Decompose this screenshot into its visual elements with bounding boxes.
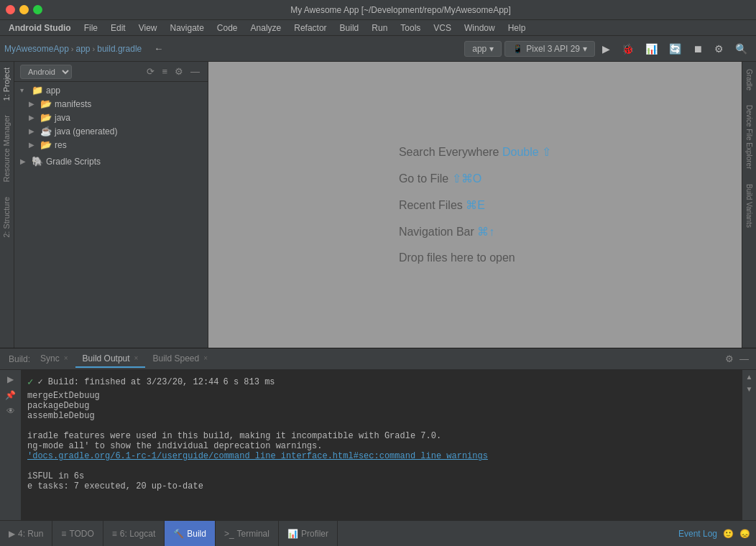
status-right: Event Log 🙂 😞 [678, 529, 756, 539]
menu-refactor[interactable]: Refactor [288, 22, 332, 34]
close-button[interactable] [6, 5, 15, 14]
tree-item-res[interactable]: ▶ 📂 res [14, 138, 208, 152]
breadcrumb-app[interactable]: app [76, 44, 91, 54]
happy-face-icon[interactable]: 🙂 [723, 529, 734, 539]
menu-edit[interactable]: Edit [105, 22, 132, 34]
tree-item-gradle-scripts[interactable]: ▶ 🐘 Gradle Scripts [14, 154, 208, 168]
close-build-speed-tab[interactable]: × [203, 354, 208, 362]
tab-build-speed-label: Build Speed [152, 353, 199, 364]
manifests-icon: 📂 [40, 98, 52, 109]
stop-button[interactable]: ⏹ [688, 41, 707, 57]
tree-label-res: res [55, 140, 208, 150]
tab-build-speed[interactable]: Build Speed × [145, 351, 215, 368]
sad-face-icon[interactable]: 😞 [739, 529, 750, 539]
shortcut-goto: ⇧⌘O [452, 172, 481, 185]
logcat-icon: ≡ [112, 529, 117, 539]
build-right-strip: ▲ ▼ [742, 370, 756, 520]
device-dropdown[interactable]: 📱 Pixel 3 API 29 ▾ [504, 41, 595, 57]
menu-help[interactable]: Help [502, 22, 532, 34]
collapse-icon[interactable]: ≡ [160, 65, 170, 78]
sync-icon[interactable]: ⟳ [144, 65, 157, 78]
maximize-button[interactable] [33, 5, 42, 14]
shortcut-search: Double ⇧ [502, 146, 551, 158]
sync-button[interactable]: 🔄 [665, 41, 686, 57]
tree-item-manifests[interactable]: ▶ 📂 manifests [14, 97, 208, 111]
gradle-panel-tab[interactable]: Gradle [744, 65, 755, 95]
settings-bottom-icon[interactable]: ⚙ [724, 352, 735, 366]
menu-navigate[interactable]: Navigate [164, 22, 209, 34]
expand-arrow-res: ▶ [29, 141, 37, 149]
scroll-up-icon[interactable]: ▲ [746, 373, 753, 381]
status-tab-terminal[interactable]: >_ Terminal [216, 521, 279, 546]
menu-run[interactable]: Run [366, 22, 393, 34]
status-tab-build[interactable]: 🔨 Build [165, 521, 216, 546]
status-tab-todo[interactable]: ≡ TODO [52, 521, 103, 546]
expand-arrow: ▾ [20, 86, 29, 94]
close-panel-icon[interactable]: — [188, 65, 202, 78]
device-icon: 📱 [512, 44, 523, 54]
shortcut-recent: ⌘E [466, 199, 485, 211]
build-line-4: iradle features were used in this build,… [27, 431, 736, 441]
tab-sync-label: Sync [40, 353, 60, 364]
device-file-tab[interactable]: Device File Explorer [744, 101, 755, 173]
status-tabs: ▶ 4: Run ≡ TODO ≡ 6: Logcat 🔨 Build >_ T… [0, 521, 338, 546]
app-dropdown[interactable]: app ▾ [464, 41, 502, 57]
chevron-down-icon-2: ▾ [583, 44, 587, 54]
project-tab[interactable]: 1: Project [0, 62, 14, 106]
tree-label-java: java [55, 113, 208, 123]
menu-tools[interactable]: Tools [395, 22, 426, 34]
app-name: Android Studio [3, 22, 77, 34]
build-variants-tab[interactable]: Build Variants [744, 180, 755, 232]
status-tab-profiler[interactable]: 📊 Profiler [279, 521, 338, 546]
menu-build[interactable]: Build [334, 22, 365, 34]
breadcrumb-myawesomeapp[interactable]: MyAwesomeApp [4, 44, 69, 54]
search-everywhere-button[interactable]: 🔍 [731, 41, 752, 57]
java-icon: 📂 [40, 112, 52, 123]
pin-icon[interactable]: 📌 [5, 390, 16, 400]
debug-button[interactable]: 🐞 [617, 41, 638, 57]
build-link[interactable]: 'docs.gradle.org/6.1-rc-1/userguide/comm… [27, 451, 736, 461]
breadcrumb-buildgradle[interactable]: build.gradle [97, 44, 142, 54]
scroll-down-icon[interactable]: ▼ [746, 385, 753, 393]
back-button[interactable]: ← [150, 41, 167, 56]
settings-button[interactable]: ⚙ [710, 41, 728, 57]
tab-build-output[interactable]: Build Output × [75, 351, 146, 368]
minimize-bottom-icon[interactable]: — [738, 352, 750, 366]
editor-area[interactable]: Search Everywhere Double ⇧ Go to File ⇧⌘… [208, 62, 742, 348]
menu-vcs[interactable]: VCS [428, 22, 457, 34]
tree-item-app[interactable]: ▾ 📁 app [14, 83, 208, 97]
gear-icon[interactable]: ⚙ [172, 65, 185, 78]
menu-window[interactable]: Window [458, 22, 501, 34]
status-tab-logcat[interactable]: ≡ 6: Logcat [103, 521, 165, 546]
run-button[interactable]: ▶ [598, 41, 614, 57]
hint-navbar: Navigation Bar ⌘↑ [399, 225, 494, 239]
menu-analyze[interactable]: Analyze [245, 22, 287, 34]
tab-sync[interactable]: Sync × [33, 351, 75, 368]
filter-icon[interactable]: 👁 [6, 406, 15, 416]
menu-view[interactable]: View [133, 22, 163, 34]
minimize-button[interactable] [19, 5, 29, 14]
tree-label-app: app [46, 85, 208, 96]
success-icon: ✓ [27, 376, 33, 388]
build-line-6: iSFUL in 6s [27, 471, 736, 481]
right-strip: Gradle Device File Explorer Build Varian… [742, 62, 756, 348]
project-view-dropdown[interactable]: Android Project [20, 65, 72, 79]
structure-tab[interactable]: 2: Structure [0, 191, 14, 244]
build-left-strip: ▶ 📌 👁 [0, 370, 22, 520]
status-tab-profiler-label: Profiler [301, 529, 328, 539]
close-build-output-tab[interactable]: × [134, 354, 139, 362]
tree-item-java[interactable]: ▶ 📂 java [14, 111, 208, 124]
resource-manager-tab[interactable]: Resource Manager [0, 109, 14, 188]
tree-item-java-generated[interactable]: ▶ ☕ java (generated) [14, 124, 208, 138]
status-tab-run[interactable]: ▶ 4: Run [0, 521, 52, 546]
close-sync-tab[interactable]: × [64, 354, 68, 362]
menu-code[interactable]: Code [211, 22, 244, 34]
menu-file[interactable]: File [78, 22, 103, 34]
build-status-text: ✓ Build: finished at 3/23/20, 12:44 [37, 376, 218, 387]
gradle-icon: 🐘 [32, 156, 43, 167]
build-label: Build: [6, 351, 33, 367]
rerun-icon[interactable]: ▶ [7, 374, 14, 384]
profile-button[interactable]: 📊 [641, 41, 662, 57]
status-tab-todo-label: TODO [69, 529, 93, 539]
event-log-link[interactable]: Event Log [678, 529, 717, 539]
